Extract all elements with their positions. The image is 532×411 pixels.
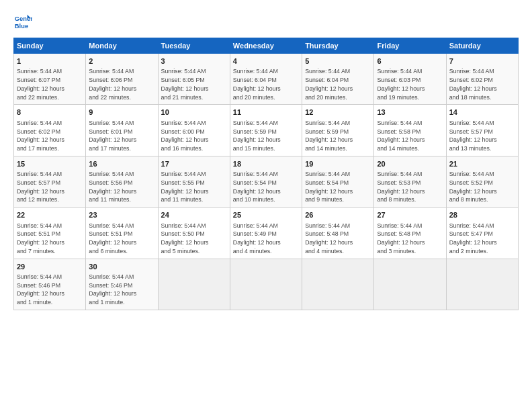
calendar-cell: 1Sunrise: 5:44 AM Sunset: 6:07 PM Daylig…	[14, 54, 86, 105]
calendar-week-2: 8Sunrise: 5:44 AM Sunset: 6:02 PM Daylig…	[14, 105, 519, 156]
day-detail: Sunrise: 5:44 AM Sunset: 6:05 PM Dayligh…	[161, 67, 227, 101]
day-detail: Sunrise: 5:44 AM Sunset: 6:02 PM Dayligh…	[449, 67, 515, 101]
day-number: 28	[449, 210, 515, 220]
day-detail: Sunrise: 5:44 AM Sunset: 6:01 PM Dayligh…	[89, 119, 154, 153]
day-number: 24	[161, 210, 227, 220]
day-number: 13	[377, 107, 443, 118]
calendar-cell	[158, 259, 230, 310]
calendar-cell: 16Sunrise: 5:44 AM Sunset: 5:56 PM Dayli…	[86, 156, 158, 207]
day-number: 7	[449, 56, 515, 66]
day-number: 16	[89, 159, 154, 169]
calendar-cell: 13Sunrise: 5:44 AM Sunset: 5:58 PM Dayli…	[374, 105, 446, 156]
calendar-cell: 6Sunrise: 5:44 AM Sunset: 6:03 PM Daylig…	[374, 54, 446, 105]
calendar-cell: 7Sunrise: 5:44 AM Sunset: 6:02 PM Daylig…	[446, 54, 518, 105]
day-number: 18	[233, 159, 299, 169]
day-detail: Sunrise: 5:44 AM Sunset: 6:00 PM Dayligh…	[161, 119, 227, 153]
calendar-cell: 9Sunrise: 5:44 AM Sunset: 6:01 PM Daylig…	[86, 105, 158, 156]
day-number: 9	[89, 107, 154, 118]
calendar-cell: 30Sunrise: 5:44 AM Sunset: 5:46 PM Dayli…	[86, 259, 158, 310]
calendar-table: SundayMondayTuesdayWednesdayThursdayFrid…	[13, 38, 519, 310]
calendar-cell: 29Sunrise: 5:44 AM Sunset: 5:46 PM Dayli…	[14, 259, 86, 310]
day-number: 15	[17, 159, 83, 169]
day-detail: Sunrise: 5:44 AM Sunset: 5:46 PM Dayligh…	[89, 273, 154, 307]
day-detail: Sunrise: 5:44 AM Sunset: 5:48 PM Dayligh…	[377, 222, 443, 256]
day-number: 30	[89, 262, 154, 272]
day-detail: Sunrise: 5:44 AM Sunset: 5:48 PM Dayligh…	[305, 222, 371, 256]
day-detail: Sunrise: 5:44 AM Sunset: 5:58 PM Dayligh…	[377, 119, 443, 153]
day-detail: Sunrise: 5:44 AM Sunset: 5:59 PM Dayligh…	[233, 119, 299, 153]
calendar-cell: 28Sunrise: 5:44 AM Sunset: 5:47 PM Dayli…	[446, 208, 518, 259]
col-header-friday: Friday	[374, 38, 446, 54]
day-number: 29	[17, 262, 83, 272]
day-detail: Sunrise: 5:44 AM Sunset: 5:57 PM Dayligh…	[449, 119, 515, 153]
logo: General Blue	[13, 12, 35, 31]
day-number: 12	[305, 107, 371, 118]
calendar-cell: 25Sunrise: 5:44 AM Sunset: 5:49 PM Dayli…	[230, 208, 302, 259]
day-detail: Sunrise: 5:44 AM Sunset: 5:50 PM Dayligh…	[161, 222, 227, 256]
calendar-cell: 17Sunrise: 5:44 AM Sunset: 5:55 PM Dayli…	[158, 156, 230, 207]
col-header-monday: Monday	[86, 38, 158, 54]
day-number: 11	[233, 107, 299, 118]
day-number: 1	[17, 56, 83, 66]
day-number: 20	[377, 159, 443, 169]
calendar-week-3: 15Sunrise: 5:44 AM Sunset: 5:57 PM Dayli…	[14, 156, 519, 207]
day-detail: Sunrise: 5:44 AM Sunset: 5:49 PM Dayligh…	[233, 222, 299, 256]
svg-text:General: General	[15, 15, 32, 22]
day-number: 25	[233, 210, 299, 220]
day-detail: Sunrise: 5:44 AM Sunset: 6:02 PM Dayligh…	[17, 119, 83, 153]
day-detail: Sunrise: 5:44 AM Sunset: 5:56 PM Dayligh…	[89, 170, 154, 204]
day-detail: Sunrise: 5:44 AM Sunset: 5:53 PM Dayligh…	[377, 170, 443, 204]
calendar-cell: 2Sunrise: 5:44 AM Sunset: 6:06 PM Daylig…	[86, 54, 158, 105]
day-number: 22	[17, 210, 83, 220]
calendar-cell: 11Sunrise: 5:44 AM Sunset: 5:59 PM Dayli…	[230, 105, 302, 156]
calendar-cell: 19Sunrise: 5:44 AM Sunset: 5:54 PM Dayli…	[302, 156, 374, 207]
col-header-wednesday: Wednesday	[230, 38, 302, 54]
day-number: 6	[377, 56, 443, 66]
day-detail: Sunrise: 5:44 AM Sunset: 5:52 PM Dayligh…	[449, 170, 515, 204]
calendar-cell: 23Sunrise: 5:44 AM Sunset: 5:51 PM Dayli…	[86, 208, 158, 259]
day-detail: Sunrise: 5:44 AM Sunset: 6:04 PM Dayligh…	[305, 67, 371, 101]
day-detail: Sunrise: 5:44 AM Sunset: 5:57 PM Dayligh…	[17, 170, 83, 204]
calendar-cell: 18Sunrise: 5:44 AM Sunset: 5:54 PM Dayli…	[230, 156, 302, 207]
day-number: 10	[161, 107, 227, 118]
calendar-cell: 26Sunrise: 5:44 AM Sunset: 5:48 PM Dayli…	[302, 208, 374, 259]
day-number: 2	[89, 56, 154, 66]
calendar-cell: 14Sunrise: 5:44 AM Sunset: 5:57 PM Dayli…	[446, 105, 518, 156]
col-header-saturday: Saturday	[446, 38, 518, 54]
page: General Blue SundayMondayTuesdayWednesda…	[0, 0, 532, 411]
day-detail: Sunrise: 5:44 AM Sunset: 5:47 PM Dayligh…	[449, 222, 515, 256]
calendar-cell: 3Sunrise: 5:44 AM Sunset: 6:05 PM Daylig…	[158, 54, 230, 105]
col-header-thursday: Thursday	[302, 38, 374, 54]
calendar-cell	[230, 259, 302, 310]
calendar-week-1: 1Sunrise: 5:44 AM Sunset: 6:07 PM Daylig…	[14, 54, 519, 105]
day-detail: Sunrise: 5:44 AM Sunset: 5:51 PM Dayligh…	[89, 222, 154, 256]
calendar-cell: 10Sunrise: 5:44 AM Sunset: 6:00 PM Dayli…	[158, 105, 230, 156]
col-header-sunday: Sunday	[14, 38, 86, 54]
calendar-cell	[446, 259, 518, 310]
calendar-week-4: 22Sunrise: 5:44 AM Sunset: 5:51 PM Dayli…	[14, 208, 519, 259]
day-detail: Sunrise: 5:44 AM Sunset: 5:54 PM Dayligh…	[305, 170, 371, 204]
day-detail: Sunrise: 5:44 AM Sunset: 5:59 PM Dayligh…	[305, 119, 371, 153]
col-header-tuesday: Tuesday	[158, 38, 230, 54]
day-detail: Sunrise: 5:44 AM Sunset: 6:03 PM Dayligh…	[377, 67, 443, 101]
day-number: 14	[449, 107, 515, 118]
calendar-week-5: 29Sunrise: 5:44 AM Sunset: 5:46 PM Dayli…	[14, 259, 519, 310]
day-detail: Sunrise: 5:44 AM Sunset: 6:07 PM Dayligh…	[17, 67, 83, 101]
calendar-cell: 5Sunrise: 5:44 AM Sunset: 6:04 PM Daylig…	[302, 54, 374, 105]
calendar-cell: 21Sunrise: 5:44 AM Sunset: 5:52 PM Dayli…	[446, 156, 518, 207]
day-number: 21	[449, 159, 515, 169]
logo-icon: General Blue	[13, 12, 32, 31]
day-number: 17	[161, 159, 227, 169]
day-number: 19	[305, 159, 371, 169]
calendar-cell: 24Sunrise: 5:44 AM Sunset: 5:50 PM Dayli…	[158, 208, 230, 259]
calendar-cell: 4Sunrise: 5:44 AM Sunset: 6:04 PM Daylig…	[230, 54, 302, 105]
day-detail: Sunrise: 5:44 AM Sunset: 5:46 PM Dayligh…	[17, 273, 83, 307]
calendar-cell	[302, 259, 374, 310]
day-number: 4	[233, 56, 299, 66]
calendar-cell: 12Sunrise: 5:44 AM Sunset: 5:59 PM Dayli…	[302, 105, 374, 156]
day-detail: Sunrise: 5:44 AM Sunset: 6:04 PM Dayligh…	[233, 67, 299, 101]
svg-text:Blue: Blue	[15, 23, 28, 30]
day-detail: Sunrise: 5:44 AM Sunset: 6:06 PM Dayligh…	[89, 67, 154, 101]
day-detail: Sunrise: 5:44 AM Sunset: 5:51 PM Dayligh…	[17, 222, 83, 256]
day-number: 23	[89, 210, 154, 220]
